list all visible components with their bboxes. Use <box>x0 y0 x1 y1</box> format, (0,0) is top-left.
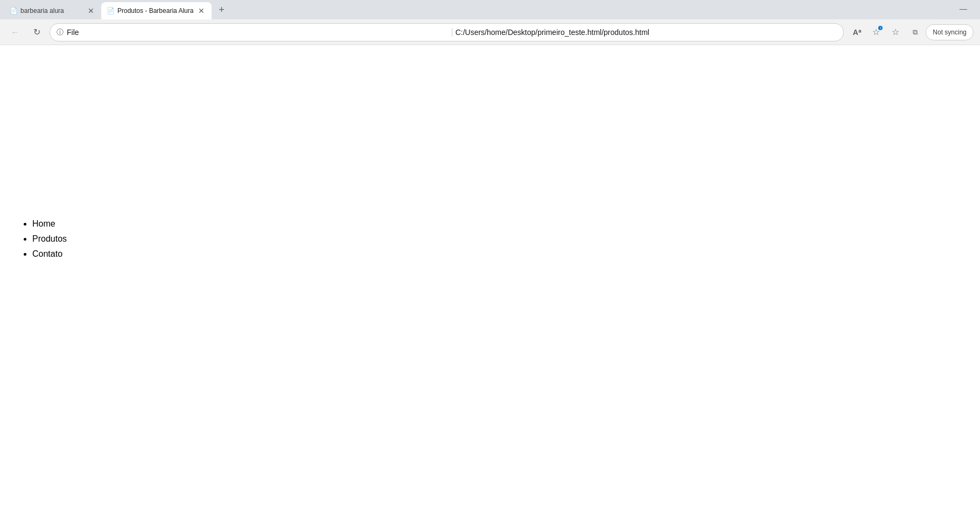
not-syncing-button[interactable]: Not syncing <box>926 24 974 40</box>
address-protocol: File <box>67 28 449 37</box>
address-url[interactable]: C:/Users/home/Desktop/primeiro_teste.htm… <box>456 28 837 37</box>
favorites-button[interactable]: ☆ 1 <box>867 24 885 41</box>
contato-link[interactable]: Contato <box>32 249 62 258</box>
minimize-button[interactable]: — <box>951 0 976 17</box>
new-tab-button[interactable]: + <box>214 2 229 17</box>
list-item-home: Home <box>32 217 971 230</box>
reader-icon: Aᵃ <box>853 28 861 37</box>
reload-button[interactable]: ↻ <box>28 24 45 41</box>
favorites-bar-button[interactable]: ☆ <box>887 24 904 41</box>
list-item-produtos: Produtos <box>32 233 971 245</box>
bookmark-icon: ☆ <box>892 27 899 37</box>
favorites-badge: 1 <box>878 26 883 30</box>
tab1-title: barbearia alura <box>20 7 83 15</box>
info-icon: ⓘ <box>57 27 64 37</box>
address-divider <box>452 28 452 37</box>
browser-window: 📄 barbearia alura ✕ 📄 Produtos - Barbear… <box>0 0 980 514</box>
tab1-icon: 📄 <box>10 7 17 15</box>
tab2-icon: 📄 <box>107 7 114 15</box>
reader-view-button[interactable]: Aᵃ <box>848 24 865 41</box>
toolbar-actions: Aᵃ ☆ 1 ☆ ⧉ Not syncing <box>848 24 974 41</box>
tab1-close-button[interactable]: ✕ <box>86 6 96 16</box>
tab2-title: Produtos - Barbearia Alura <box>117 7 193 15</box>
tab-barbearia-alura[interactable]: 📄 barbearia alura ✕ <box>4 2 101 19</box>
collections-button[interactable]: ⧉ <box>906 24 923 41</box>
collections-icon: ⧉ <box>913 28 918 37</box>
nav-list-area: Home Produtos Contato <box>19 217 971 263</box>
nav-list: Home Produtos Contato <box>19 217 971 260</box>
toolbar: ← ↻ ⓘ File C:/Users/home/Desktop/primeir… <box>0 19 980 45</box>
list-item-contato: Contato <box>32 248 971 260</box>
tab-produtos-barbearia-alura[interactable]: 📄 Produtos - Barbearia Alura ✕ <box>101 2 212 19</box>
address-bar[interactable]: ⓘ File C:/Users/home/Desktop/primeiro_te… <box>50 23 844 41</box>
window-controls: — <box>951 0 980 19</box>
produtos-link[interactable]: Produtos <box>32 234 67 243</box>
tab2-close-button[interactable]: ✕ <box>197 6 206 16</box>
home-link[interactable]: Home <box>32 219 55 228</box>
page-content: Home Produtos Contato <box>0 45 980 514</box>
back-button[interactable]: ← <box>6 24 24 41</box>
title-bar: 📄 barbearia alura ✕ 📄 Produtos - Barbear… <box>0 0 980 19</box>
